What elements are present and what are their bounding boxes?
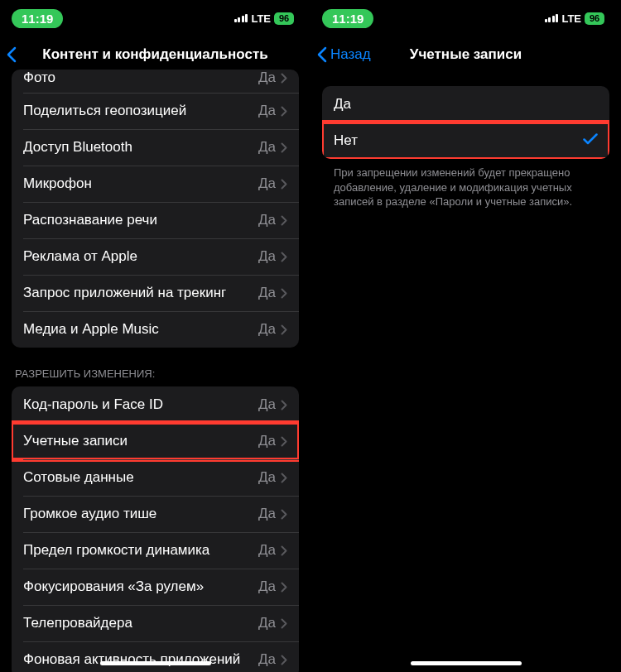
row-label: Распознавание речи: [23, 212, 258, 228]
row-value: Да: [258, 70, 276, 86]
settings-group-2: Код-пароль и Face IDДаУчетные записиДаСо…: [12, 386, 299, 672]
row-value: Да: [258, 285, 276, 301]
battery-icon: 96: [585, 12, 604, 25]
footer-note: При запрещении изменений будет прекращен…: [322, 159, 609, 209]
option-row[interactable]: Да: [322, 86, 609, 122]
check-icon: [583, 133, 598, 148]
content-scroll[interactable]: ДаНет При запрещении изменений будет пре…: [310, 73, 621, 672]
signal-icon: [545, 14, 559, 22]
settings-row[interactable]: Поделиться геопозициейДа: [12, 93, 299, 129]
chevron-right-icon: [281, 179, 287, 190]
row-label: Реклама от Apple: [23, 248, 258, 265]
nav-header: Контент и конфиденциальность: [0, 36, 310, 73]
settings-row[interactable]: Реклама от AppleДа: [12, 238, 299, 275]
row-value: Да: [258, 212, 276, 228]
content-scroll[interactable]: ФотоДаПоделиться геопозициейДаДоступ Blu…: [0, 70, 310, 672]
row-value: Да: [258, 651, 276, 668]
settings-row[interactable]: Код-пароль и Face IDДа: [12, 386, 299, 423]
row-label: Телепровайдера: [23, 615, 258, 631]
settings-row[interactable]: Запрос приложений на трекингДа: [12, 275, 299, 311]
row-value: Да: [258, 321, 276, 338]
settings-row[interactable]: Фокусирования «За рулем»Да: [12, 569, 299, 605]
chevron-right-icon: [281, 73, 287, 84]
row-value: Да: [258, 175, 276, 192]
chevron-right-icon: [281, 473, 287, 483]
status-time: 11:19: [12, 9, 63, 28]
row-value: Да: [258, 469, 276, 486]
back-label: Назад: [330, 46, 371, 63]
settings-row[interactable]: Распознавание речиДа: [12, 202, 299, 238]
battery-icon: 96: [274, 12, 294, 25]
row-value: Да: [258, 506, 276, 522]
status-bar: 11:19 LTE 96: [310, 0, 621, 36]
section-header-allow-changes: Разрешить изменения:: [12, 348, 299, 386]
row-label: Сотовые данные: [23, 469, 258, 486]
chevron-left-icon: [317, 46, 327, 63]
row-label: Медиа и Apple Music: [23, 321, 258, 338]
chevron-right-icon: [281, 545, 287, 556]
back-button[interactable]: [7, 46, 17, 63]
settings-row[interactable]: Сотовые данныеДа: [12, 459, 299, 496]
phone-left: 11:19 LTE 96 Контент и конфиденциальност…: [0, 0, 310, 672]
row-value: Да: [258, 542, 276, 559]
settings-row[interactable]: Медиа и Apple MusicДа: [12, 311, 299, 348]
row-label: Доступ Bluetooth: [23, 139, 258, 156]
row-label: Запрос приложений на трекинг: [23, 285, 258, 301]
settings-group-1: ФотоДаПоделиться геопозициейДаДоступ Blu…: [12, 70, 299, 348]
settings-row[interactable]: Фоновая активность приложенийДа: [12, 641, 299, 672]
chevron-right-icon: [281, 400, 287, 410]
row-value: Да: [258, 103, 276, 119]
status-bar: 11:19 LTE 96: [0, 0, 310, 36]
row-label: Учетные записи: [23, 433, 258, 449]
chevron-right-icon: [281, 215, 287, 226]
home-indicator[interactable]: [411, 661, 522, 665]
network-label: LTE: [561, 12, 581, 25]
chevron-left-icon: [7, 46, 17, 63]
page-title: Контент и конфиденциальность: [0, 46, 310, 63]
row-label: Микрофон: [23, 175, 258, 192]
row-value: Да: [258, 615, 276, 631]
status-time: 11:19: [322, 9, 373, 28]
row-value: Да: [258, 396, 276, 413]
row-value: Да: [258, 433, 276, 449]
settings-row[interactable]: ТелепровайдераДа: [12, 605, 299, 641]
row-value: Да: [258, 139, 276, 156]
row-label: Фото: [23, 70, 258, 86]
row-value: Да: [258, 248, 276, 265]
settings-row[interactable]: Предел громкости динамикаДа: [12, 532, 299, 569]
chevron-right-icon: [281, 252, 287, 262]
back-button[interactable]: Назад: [317, 46, 371, 63]
signal-icon: [234, 14, 248, 22]
chevron-right-icon: [281, 655, 287, 665]
row-label: Нет: [334, 132, 583, 149]
chevron-right-icon: [281, 509, 287, 520]
settings-row[interactable]: Доступ BluetoothДа: [12, 129, 299, 166]
settings-row[interactable]: МикрофонДа: [12, 166, 299, 202]
row-label: Код-пароль и Face ID: [23, 396, 258, 413]
settings-row[interactable]: Громкое аудио тишеДа: [12, 496, 299, 532]
network-label: LTE: [251, 12, 271, 25]
chevron-right-icon: [281, 618, 287, 629]
row-label: Фокусирования «За рулем»: [23, 578, 258, 595]
options-group: ДаНет: [322, 86, 609, 159]
settings-row[interactable]: ФотоДа: [12, 70, 299, 93]
scroll-edge-left: [310, 73, 311, 672]
row-label: Поделиться геопозицией: [23, 103, 258, 119]
nav-header: Назад Учетные записи: [310, 36, 621, 73]
row-label: Громкое аудио тише: [23, 506, 258, 522]
chevron-right-icon: [281, 582, 287, 593]
chevron-right-icon: [281, 142, 287, 153]
settings-row[interactable]: Учетные записиДа: [12, 423, 299, 459]
chevron-right-icon: [281, 436, 287, 447]
option-row[interactable]: Нет: [322, 122, 609, 159]
home-indicator[interactable]: [100, 661, 211, 665]
phone-right: 11:19 LTE 96 Назад Учетные записи ДаНет …: [310, 0, 621, 672]
chevron-right-icon: [281, 324, 287, 335]
row-label: Предел громкости динамика: [23, 542, 258, 559]
row-label: Фоновая активность приложений: [23, 651, 258, 668]
row-value: Да: [258, 578, 276, 595]
chevron-right-icon: [281, 106, 287, 117]
chevron-right-icon: [281, 288, 287, 299]
row-label: Да: [334, 96, 598, 113]
